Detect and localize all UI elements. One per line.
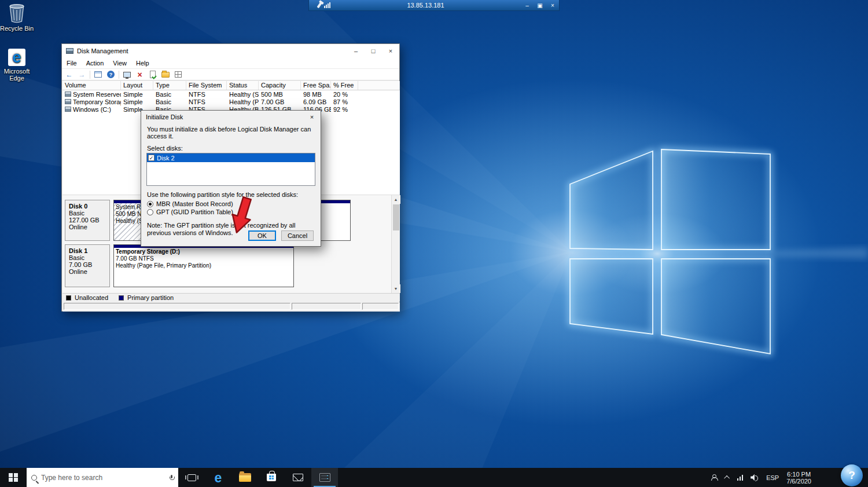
vertical-scrollbar[interactable]: ▲ ▼: [391, 195, 400, 293]
menu-bar: File Action View Help: [62, 57, 399, 68]
edge-icon: e: [215, 471, 222, 485]
unallocated-swatch: [66, 295, 71, 301]
search-input[interactable]: [41, 474, 165, 482]
scroll-up-icon[interactable]: ▲: [392, 195, 400, 204]
legend-bar: Unallocated Primary partition: [62, 293, 400, 302]
cancel-button[interactable]: Cancel: [281, 230, 314, 241]
menu-action[interactable]: Action: [82, 60, 109, 67]
column-header-layout[interactable]: Layout: [121, 81, 153, 90]
scroll-down-icon[interactable]: ▼: [392, 284, 400, 293]
gpt-label: GPT (GUID Partition Table): [156, 208, 233, 215]
microphone-icon[interactable]: [170, 475, 174, 481]
rdp-minimize-button[interactable]: –: [521, 0, 534, 10]
volume-list-header: Volume Layout Type File System Status Ca…: [62, 81, 400, 90]
connection-quality-icon: [324, 2, 330, 8]
console-tree-icon[interactable]: [93, 70, 103, 79]
open-folder-icon[interactable]: [160, 70, 170, 79]
select-disks-label: Select disks:: [147, 145, 315, 152]
gpt-radio[interactable]: [147, 209, 153, 215]
tray-time: 6:10 PM: [786, 471, 811, 478]
column-header-type[interactable]: Type: [153, 81, 186, 90]
language-indicator[interactable]: ESP: [766, 474, 779, 481]
task-view-button[interactable]: [178, 468, 205, 487]
desktop: Recycle Bin e Microsoft Edge 13.85.13.18…: [0, 0, 868, 487]
disk-management-icon: [319, 473, 330, 482]
taskbar: e ESP 6:10 PM 7/6/2020: [0, 468, 868, 487]
column-header-volume[interactable]: Volume: [62, 81, 121, 90]
delete-icon[interactable]: ×: [135, 70, 145, 79]
start-button[interactable]: [0, 468, 27, 487]
rdp-address: 13.85.13.181: [330, 2, 521, 9]
desktop-icon-recycle-bin[interactable]: Recycle Bin: [0, 3, 38, 32]
column-header-status[interactable]: Status: [227, 81, 259, 90]
edge-icon: e: [0, 49, 38, 66]
column-header-capacity[interactable]: Capacity: [259, 81, 301, 90]
volume-icon: [65, 99, 71, 104]
dialog-close-icon[interactable]: ×: [303, 111, 321, 123]
disk-2-checkbox[interactable]: ✓: [148, 155, 155, 161]
taskbar-search[interactable]: [27, 468, 178, 487]
dialog-title: Initialize Disk: [146, 113, 183, 120]
disk-1-header[interactable]: Disk 1 Basic 7.00 GB Online: [65, 244, 110, 287]
disk-0-header[interactable]: Disk 0 Basic 127.00 GB Online: [65, 200, 110, 241]
column-header-filler: [358, 81, 400, 90]
column-header-filesystem[interactable]: File System: [186, 81, 227, 90]
taskbar-mail[interactable]: [285, 468, 311, 487]
clock[interactable]: 6:10 PM 7/6/2020: [786, 471, 811, 485]
dialog-message: You must initialize a disk before Logica…: [147, 126, 315, 140]
maximize-button[interactable]: □: [365, 44, 382, 57]
rdp-restore-button[interactable]: ▣: [534, 0, 546, 10]
mbr-radio[interactable]: [147, 201, 153, 207]
volume-icon: [65, 107, 71, 112]
disk-management-app-icon: [66, 48, 73, 54]
volume-icon[interactable]: [751, 474, 759, 481]
people-icon[interactable]: [711, 474, 718, 481]
disk-select-list[interactable]: ✓ Disk 2: [146, 153, 315, 186]
toolbar: ← → ? ×: [62, 68, 399, 80]
forward-icon[interactable]: →: [77, 70, 87, 79]
red-arrow-annotation: [223, 194, 263, 238]
taskbar-edge[interactable]: e: [205, 468, 231, 487]
close-button[interactable]: ×: [382, 44, 399, 57]
mail-icon: [293, 474, 303, 481]
scrollbar-thumb[interactable]: [393, 204, 399, 230]
column-header-pct-free[interactable]: % Free: [331, 81, 358, 90]
properties-icon[interactable]: [122, 70, 132, 79]
partition-temporary-storage[interactable]: Temporary Storage (D:) 7.00 GB NTFS Heal…: [113, 244, 294, 287]
column-header-free-space[interactable]: Free Spa...: [301, 81, 331, 90]
windows-logo-icon: [9, 473, 18, 482]
search-icon: [31, 475, 37, 481]
menu-file[interactable]: File: [62, 60, 82, 67]
store-icon: [267, 474, 276, 481]
view-grid-icon[interactable]: [173, 70, 183, 79]
taskbar-disk-management-active[interactable]: [311, 468, 338, 487]
dialog-title-bar[interactable]: Initialize Disk ×: [141, 111, 321, 123]
rdp-close-button[interactable]: ×: [546, 0, 559, 10]
back-icon[interactable]: ←: [64, 70, 74, 79]
tray-date: 7/6/2020: [786, 478, 811, 485]
help-bubble-icon[interactable]: ?: [841, 464, 863, 486]
mark-active-icon[interactable]: [148, 70, 157, 79]
disk-2-list-item[interactable]: ✓ Disk 2: [147, 153, 315, 162]
title-bar[interactable]: Disk Management – □ ×: [62, 44, 399, 57]
help-icon[interactable]: ?: [106, 70, 116, 79]
show-hidden-icons-chevron[interactable]: [724, 475, 730, 481]
network-icon[interactable]: [737, 474, 744, 481]
legend-primary-partition: Primary partition: [127, 294, 174, 301]
window-title: Disk Management: [77, 47, 128, 54]
volume-row-system-reserved[interactable]: System Reserved Simple Basic NTFS Health…: [62, 90, 400, 98]
primary-partition-swatch: [119, 295, 124, 301]
desktop-icon-microsoft-edge[interactable]: e Microsoft Edge: [0, 49, 38, 82]
pin-icon[interactable]: [317, 2, 322, 8]
status-bar: [62, 302, 400, 312]
disk-1-row: Disk 1 Basic 7.00 GB Online Temporary St…: [65, 244, 390, 287]
minimize-button[interactable]: –: [347, 44, 365, 57]
volume-row-temporary-storage[interactable]: Temporary Storag... Simple Basic NTFS He…: [62, 98, 400, 105]
taskbar-store[interactable]: [258, 468, 285, 487]
task-view-icon: [187, 474, 196, 481]
taskbar-file-explorer[interactable]: [231, 468, 258, 487]
menu-help[interactable]: Help: [131, 60, 154, 67]
file-explorer-icon: [239, 473, 251, 482]
menu-view[interactable]: View: [108, 60, 131, 67]
desktop-icon-label: Recycle Bin: [0, 25, 38, 32]
